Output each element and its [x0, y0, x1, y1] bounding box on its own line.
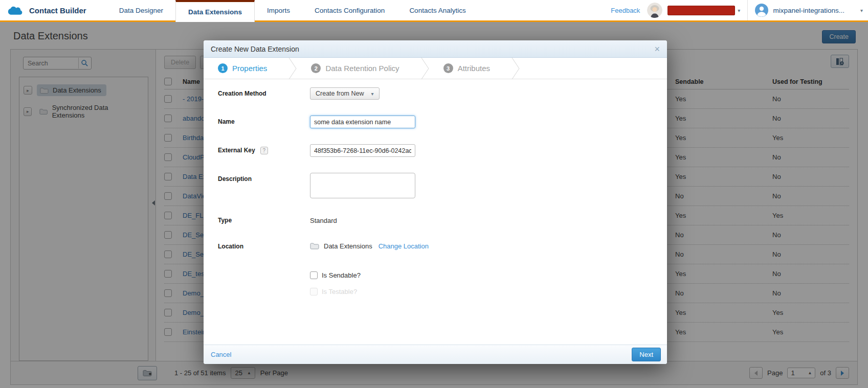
chevron-down-icon[interactable]: ▾	[860, 8, 863, 13]
step-separator	[511, 58, 520, 79]
user-avatar-icon	[755, 4, 768, 17]
description-textarea[interactable]	[310, 173, 415, 198]
main-nav: Data Designer Data Extensions Imports Co…	[107, 0, 478, 20]
type-row: Type Standard	[218, 214, 667, 224]
step-properties[interactable]: 1 Properties	[204, 58, 288, 79]
nav-tab-data-designer[interactable]: Data Designer	[107, 0, 175, 20]
salesforce-cloud-icon	[7, 5, 24, 16]
is-sendable-row: Is Sendable?	[310, 271, 667, 279]
step-label: Properties	[232, 64, 267, 73]
type-label: Type	[218, 214, 310, 224]
create-data-extension-modal: Create New Data Extension × 1 Properties…	[204, 40, 667, 364]
app-title: Contact Builder	[29, 6, 86, 15]
is-testable-row: Is Testable?	[310, 288, 667, 295]
location-value-group: Data Extensions Change Location	[310, 240, 429, 250]
location-value: Data Extensions	[324, 242, 372, 250]
next-button[interactable]: Next	[632, 348, 661, 361]
top-header: Contact Builder Data Designer Data Exten…	[0, 0, 868, 22]
nav-tab-contacts-configuration[interactable]: Contacts Configuration	[302, 0, 397, 20]
modal-title: Create New Data Extension	[211, 45, 299, 53]
feedback-link[interactable]: Feedback	[611, 7, 640, 14]
close-icon[interactable]: ×	[654, 44, 660, 54]
name-row: Name	[218, 116, 667, 128]
creation-method-row: Creation Method Create from New ▾	[218, 87, 667, 100]
help-icon[interactable]: ?	[260, 147, 268, 154]
cancel-link[interactable]: Cancel	[211, 351, 231, 358]
creation-method-label: Creation Method	[218, 87, 310, 100]
name-input[interactable]	[310, 116, 415, 128]
step-number: 1	[218, 63, 228, 73]
step-separator	[288, 58, 297, 79]
location-row: Location Data Extensions Change Location	[218, 240, 667, 250]
step-separator	[421, 58, 429, 79]
location-label: Location	[218, 240, 310, 250]
wizard-steps: 1 Properties 2 Data Retention Policy 3 A…	[204, 58, 667, 79]
is-testable-label: Is Testable?	[322, 288, 357, 295]
type-value: Standard	[310, 214, 337, 224]
redacted-account-block[interactable]	[667, 6, 735, 15]
header-divider	[747, 0, 748, 20]
external-key-label-text: External Key	[218, 147, 255, 154]
description-label: Description	[218, 173, 310, 198]
external-key-row: External Key ?	[218, 144, 667, 157]
folder-icon	[310, 242, 319, 249]
external-key-label: External Key ?	[218, 144, 310, 157]
external-key-input[interactable]	[310, 144, 415, 157]
description-row: Description	[218, 173, 667, 198]
nav-tab-imports[interactable]: Imports	[255, 0, 302, 20]
app-brand: Contact Builder	[0, 0, 107, 20]
einstein-icon	[647, 3, 662, 18]
is-testable-checkbox	[310, 288, 318, 295]
step-number: 3	[443, 63, 453, 73]
step-attributes[interactable]: 3 Attributes	[429, 58, 511, 79]
creation-method-value: Create from New	[316, 90, 364, 97]
modal-body: Creation Method Create from New ▾ Name E…	[204, 79, 667, 345]
is-sendable-checkbox[interactable]	[310, 271, 318, 279]
change-location-link[interactable]: Change Location	[379, 242, 429, 250]
modal-footer: Cancel Next	[204, 345, 667, 364]
creation-method-dropdown[interactable]: Create from New ▾	[310, 87, 380, 100]
chevron-down-icon[interactable]: ▾	[738, 8, 740, 13]
name-label: Name	[218, 116, 310, 128]
step-label: Data Retention Policy	[325, 64, 399, 73]
is-sendable-label: Is Sendable?	[322, 271, 361, 279]
step-data-retention-policy[interactable]: 2 Data Retention Policy	[297, 58, 420, 79]
step-label: Attributes	[458, 64, 490, 73]
header-right: Feedback ▾ mixpanel-integrations... ▾	[611, 0, 868, 20]
step-number: 2	[311, 63, 321, 73]
einstein-avatar[interactable]	[647, 3, 662, 18]
chevron-down-icon: ▾	[371, 91, 373, 97]
nav-tab-data-extensions[interactable]: Data Extensions	[175, 0, 255, 22]
username-label: mixpanel-integrations...	[773, 7, 844, 14]
user-menu[interactable]: mixpanel-integrations... ▾	[755, 4, 863, 17]
nav-tab-contacts-analytics[interactable]: Contacts Analytics	[397, 0, 478, 20]
modal-titlebar: Create New Data Extension ×	[204, 40, 667, 58]
